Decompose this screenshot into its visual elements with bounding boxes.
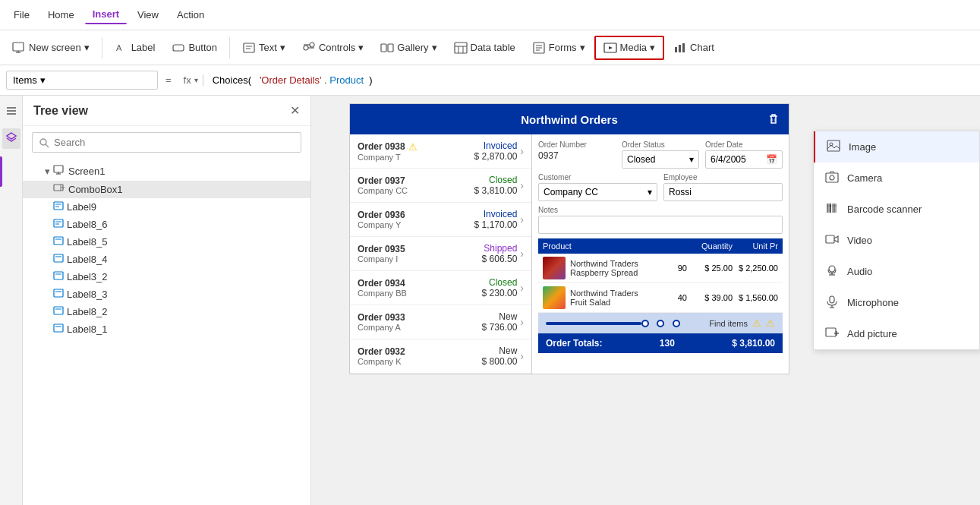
svg-rect-13	[388, 44, 393, 52]
text-chevron: ▾	[280, 42, 285, 53]
menu-view[interactable]: View	[130, 6, 166, 24]
customer-group: Customer Company CC ▾	[538, 173, 657, 201]
chart-button[interactable]: Chart	[666, 37, 722, 58]
order-number-label: Order Number	[538, 140, 616, 149]
product-qty-1: 40	[641, 293, 687, 302]
button-button[interactable]: Button	[164, 37, 225, 58]
totals-row: Order Totals: 130 $ 3,810.00	[538, 333, 783, 353]
menu-file[interactable]: File	[6, 6, 37, 24]
media-menu-audio[interactable]: Audio	[814, 256, 979, 287]
order-item-0936[interactable]: Order 0936 Company Y Invoiced $ 1,170.00…	[350, 203, 531, 237]
menu-insert[interactable]: Insert	[85, 5, 127, 24]
notes-group: Notes	[538, 206, 783, 234]
app-preview: Northwind Orders	[349, 103, 805, 374]
sidebar-icon-menu[interactable]	[2, 102, 20, 122]
tree-node-label8-6[interactable]: Label8_6	[23, 216, 310, 233]
controls-button[interactable]: Controls ▾	[295, 37, 371, 58]
order-item-0933[interactable]: Order 0933 Company A New $ 736.00 ›	[350, 305, 531, 339]
text-button[interactable]: Text ▾	[235, 37, 293, 58]
order-arrow-0932: ›	[520, 350, 524, 362]
order-item-0937[interactable]: Order 0937 Company CC Closed $ 3,810.00 …	[350, 169, 531, 203]
slider-thumb-3[interactable]	[673, 320, 680, 327]
camera-icon	[824, 170, 840, 186]
order-status-0934: Closed	[482, 277, 518, 288]
tree-node-label8-2[interactable]: Label8_2	[23, 303, 310, 320]
order-amount-0934: $ 230.00	[482, 288, 518, 298]
order-item-0938[interactable]: Order 0938 ⚠ Company T Invoiced $ 2,870.…	[350, 134, 531, 169]
tree-label-screen1: Screen1	[68, 166, 105, 177]
sidebar-icon-layers[interactable]	[2, 128, 20, 149]
search-input[interactable]	[54, 137, 295, 148]
order-company-0935: Company I	[358, 254, 482, 264]
svg-rect-36	[54, 185, 63, 191]
menu-home[interactable]: Home	[40, 6, 82, 24]
svg-rect-76	[826, 328, 836, 336]
media-menu-barcode[interactable]: Barcode scanner	[814, 194, 979, 225]
order-item-0935[interactable]: Order 0935 Company I Shipped $ 606.50 ›	[350, 237, 531, 271]
media-menu-video[interactable]: Video	[814, 225, 979, 256]
order-arrow-0935: ›	[520, 248, 524, 260]
product-row-1[interactable]: Northwind Traders Fruit Salad 40 $ 39.00…	[538, 283, 783, 313]
order-arrow-0938: ›	[520, 145, 524, 157]
new-screen-icon	[12, 41, 26, 55]
formula-dropdown[interactable]: Items ▾	[6, 71, 158, 90]
media-button[interactable]: Media ▾	[594, 36, 664, 60]
order-num-0938: Order 0938	[358, 141, 405, 152]
formula-prop: Product	[329, 74, 364, 86]
order-date-value: 6/4/2005	[711, 154, 746, 165]
trash-icon[interactable]	[766, 112, 781, 127]
svg-rect-69	[826, 235, 834, 243]
media-menu-add-picture[interactable]: Add picture	[814, 318, 979, 349]
order-status-dropdown[interactable]: Closed ▾	[622, 150, 699, 169]
media-label: Media	[620, 42, 647, 53]
media-menu-image[interactable]: Image	[814, 131, 979, 163]
tree-node-screen1[interactable]: ▾ Screen1	[23, 162, 310, 181]
slider-warning-icon: ⚠	[752, 317, 761, 329]
order-num-0935: Order 0935	[358, 244, 482, 254]
svg-rect-73	[830, 296, 834, 303]
controls-label: Controls	[319, 42, 355, 53]
media-menu-camera[interactable]: Camera	[814, 163, 979, 194]
gallery-button[interactable]: Gallery ▾	[373, 37, 444, 58]
tree-node-label8-4[interactable]: Label8_4	[23, 251, 310, 268]
formula-input[interactable]: Choices( 'Order Details' . Product )	[208, 71, 974, 89]
svg-rect-60	[826, 173, 838, 182]
menu-action[interactable]: Action	[169, 6, 212, 24]
product-row-0[interactable]: Northwind Traders Raspberry Spread 90 $ …	[538, 254, 783, 283]
order-item-0932[interactable]: Order 0932 Company K New $ 800.00 ›	[350, 339, 531, 374]
customer-dropdown[interactable]: Company CC ▾	[538, 183, 657, 201]
tree-node-label8-3[interactable]: Label8_3	[23, 286, 310, 303]
svg-rect-38	[54, 202, 63, 210]
order-status-label-detail: Order Status	[622, 140, 699, 149]
product-qty-0: 90	[641, 264, 687, 273]
label-button[interactable]: A Label	[107, 37, 163, 58]
tree-node-label8-5[interactable]: Label8_5	[23, 233, 310, 251]
slider-container[interactable]	[546, 322, 704, 325]
tree-label-label8-3: Label8_3	[67, 289, 108, 300]
label8-4-icon	[53, 254, 64, 265]
new-screen-chevron: ▾	[84, 42, 90, 53]
data-table-button[interactable]: Data table	[446, 37, 523, 58]
notes-input[interactable]	[538, 216, 783, 234]
col-qty-header: Quantity	[687, 241, 733, 251]
tree-items: ▾ Screen1	[23, 159, 310, 505]
product-img-raspberry	[543, 257, 566, 279]
order-detail-panel: Order Number 0937 Order Status Closed ▾	[532, 134, 789, 374]
tree-close-button[interactable]: ✕	[290, 103, 300, 118]
slider-thumb-2[interactable]	[657, 320, 664, 327]
order-date-input[interactable]: 6/4/2005 📅	[705, 150, 783, 169]
tree-node-combobox1[interactable]: ComboBox1	[23, 181, 310, 198]
new-screen-button[interactable]: New screen ▾	[5, 37, 97, 58]
order-item-0934[interactable]: Order 0934 Company BB Closed $ 230.00 ›	[350, 271, 531, 305]
slider-thumb-1[interactable]	[641, 320, 649, 327]
tree-node-label9[interactable]: Label9	[23, 198, 310, 216]
tree-node-label3-2[interactable]: Label3_2	[23, 268, 310, 286]
tree-node-label8-1[interactable]: Label8_1	[23, 320, 310, 338]
camera-label: Camera	[847, 172, 882, 184]
formula-fx-button[interactable]: fx ▾	[179, 74, 203, 86]
employee-input[interactable]: Rossi	[663, 183, 783, 201]
forms-button[interactable]: Forms ▾	[525, 37, 593, 58]
active-indicator	[0, 156, 2, 187]
svg-point-8	[304, 46, 308, 50]
media-menu-microphone[interactable]: Microphone	[814, 287, 979, 318]
